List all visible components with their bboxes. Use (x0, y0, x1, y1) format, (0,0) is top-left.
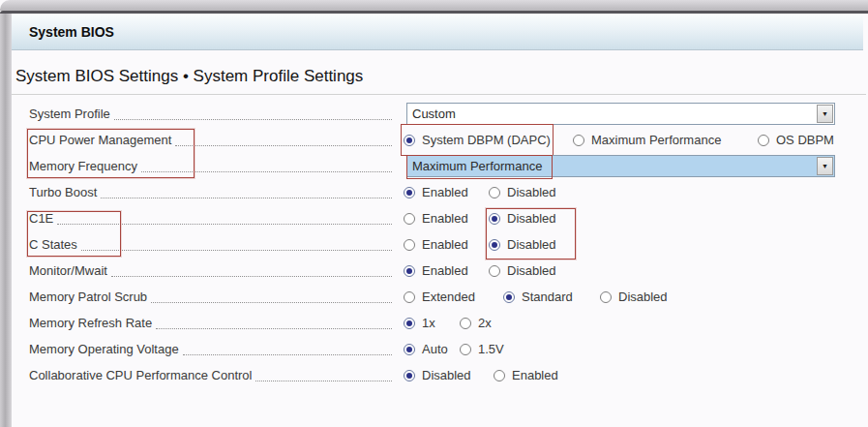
radio-option-cpu-power-management-system-dbpm-dapc[interactable]: System DBPM (DAPC) (404, 127, 551, 153)
radio-option-monitor-mwait-disabled[interactable]: Disabled (489, 258, 556, 284)
radio-dot (406, 347, 412, 352)
radio-option-label: 1x (422, 316, 435, 330)
radio-dot (506, 294, 512, 300)
dropdown-value: Maximum Performance (407, 159, 542, 173)
radio-option-label: System DBPM (DAPC) (422, 133, 551, 147)
radio-dot (406, 190, 412, 196)
radio-option-label: Enabled (512, 368, 558, 382)
radio-unselected-icon[interactable] (758, 135, 769, 146)
radio-option-label: Enabled (422, 237, 468, 252)
setting-label-wrap: Memory Patrol Scrub (29, 284, 392, 310)
radio-selected-icon[interactable] (404, 318, 415, 329)
radio-option-cpu-power-management-maximum-performance[interactable]: Maximum Performance (573, 127, 721, 153)
radio-selected-icon[interactable] (404, 265, 415, 277)
setting-row-c-states: C StatesEnabledDisabled (12, 231, 868, 258)
setting-label-wrap: System Profile (29, 101, 392, 127)
radio-option-memory-refresh-rate-2x[interactable]: 2x (460, 310, 492, 336)
radio-unselected-icon[interactable] (460, 344, 471, 355)
page-title: System BIOS Settings • System Profile Se… (15, 67, 363, 86)
radio-option-label: Disabled (422, 368, 471, 382)
radio-dot (406, 320, 412, 326)
chevron-down-icon: ▼ (822, 163, 828, 169)
window-title: System BIOS (12, 24, 114, 40)
setting-label-wrap: Monitor/Mwait (29, 258, 392, 284)
radio-option-label: Disabled (507, 263, 556, 278)
radio-option-c1e-enabled[interactable]: Enabled (404, 205, 468, 231)
radio-selected-icon[interactable] (404, 135, 415, 146)
radio-option-monitor-mwait-enabled[interactable]: Enabled (404, 258, 468, 284)
radio-option-turbo-boost-enabled[interactable]: Enabled (404, 179, 468, 205)
setting-row-collaborative-cpu-performance-control: Collaborative CPU Performance ControlDis… (12, 362, 868, 388)
radio-selected-icon[interactable] (404, 370, 415, 381)
setting-label-memory-operating-voltage: Memory Operating Voltage (29, 342, 183, 356)
radio-dot (406, 137, 412, 143)
radio-option-label: 1.5V (478, 342, 504, 356)
radio-option-label: Maximum Performance (591, 133, 721, 147)
chevron-down-icon: ▼ (822, 110, 828, 117)
radio-option-cpu-power-management-os-dbpm[interactable]: OS DBPM (758, 127, 834, 153)
dotted-leader (81, 250, 392, 251)
radio-option-collaborative-cpu-performance-control-disabled[interactable]: Disabled (404, 362, 471, 388)
radio-unselected-icon[interactable] (573, 135, 584, 146)
radio-dot (406, 268, 412, 274)
radio-selected-icon[interactable] (404, 344, 415, 355)
dropdown-button[interactable]: ▼ (817, 157, 833, 175)
radio-unselected-icon[interactable] (404, 213, 415, 225)
setting-label-system-profile: System Profile (29, 107, 114, 121)
annotation-box-disabled-radios (486, 208, 576, 259)
dotted-leader (175, 145, 392, 146)
dropdown-memory-frequency[interactable]: Maximum Performance▼ (406, 155, 835, 177)
radio-unselected-icon[interactable] (404, 239, 415, 251)
setting-row-memory-patrol-scrub: Memory Patrol ScrubExtendedStandardDisab… (12, 284, 868, 310)
setting-label-wrap: Memory Operating Voltage (29, 336, 392, 362)
radio-unselected-icon[interactable] (460, 318, 471, 329)
radio-option-turbo-boost-disabled[interactable]: Disabled (489, 179, 556, 205)
dotted-leader (114, 119, 392, 120)
radio-option-label: Auto (422, 342, 448, 356)
radio-option-c-states-enabled[interactable]: Enabled (404, 231, 468, 258)
radio-option-memory-operating-voltage-auto[interactable]: Auto (404, 336, 448, 362)
dotted-leader (151, 302, 392, 303)
radio-unselected-icon[interactable] (404, 291, 415, 303)
radio-unselected-icon[interactable] (489, 187, 500, 198)
radio-option-label: Enabled (422, 185, 468, 199)
setting-label-wrap: Turbo Boost (29, 179, 392, 205)
dropdown-button[interactable]: ▼ (817, 105, 833, 123)
radio-unselected-icon[interactable] (489, 265, 500, 277)
dotted-leader (183, 354, 392, 355)
dropdown-value: Custom (407, 107, 456, 121)
radio-option-memory-patrol-scrub-extended[interactable]: Extended (404, 284, 475, 310)
setting-row-monitor-mwait: Monitor/MwaitEnabledDisabled (12, 258, 868, 284)
radio-option-collaborative-cpu-performance-control-enabled[interactable]: Enabled (494, 362, 558, 388)
setting-label-monitor-mwait: Monitor/Mwait (29, 263, 111, 278)
radio-option-label: Extended (422, 290, 475, 304)
dotted-leader (156, 328, 392, 329)
dotted-leader (101, 198, 392, 198)
radio-option-memory-patrol-scrub-disabled[interactable]: Disabled (600, 284, 668, 310)
radio-option-label: Disabled (618, 290, 668, 304)
dropdown-system-profile[interactable]: Custom▼ (406, 103, 835, 125)
radio-selected-icon[interactable] (404, 187, 415, 198)
radio-selected-icon[interactable] (503, 291, 515, 303)
setting-label-wrap: Memory Refresh Rate (29, 310, 392, 336)
radio-unselected-icon[interactable] (600, 291, 612, 303)
setting-label-wrap: Collaborative CPU Performance Control (29, 362, 392, 388)
setting-label-memory-refresh-rate: Memory Refresh Rate (29, 316, 156, 330)
setting-label-memory-patrol-scrub: Memory Patrol Scrub (29, 290, 151, 304)
radio-unselected-icon[interactable] (494, 370, 505, 381)
radio-option-label: Enabled (422, 211, 468, 226)
radio-option-label: 2x (478, 316, 492, 330)
radio-dot (406, 373, 412, 379)
radio-option-label: Standard (522, 290, 573, 304)
setting-row-memory-refresh-rate: Memory Refresh Rate1x2x (12, 310, 868, 336)
radio-option-memory-patrol-scrub-standard[interactable]: Standard (503, 284, 573, 310)
radio-option-memory-operating-voltage-1-5v[interactable]: 1.5V (460, 336, 504, 362)
title-bar: System BIOS (12, 14, 863, 50)
setting-label-collaborative-cpu-performance-control: Collaborative CPU Performance Control (29, 368, 255, 382)
setting-row-turbo-boost: Turbo BoostEnabledDisabled (12, 179, 868, 205)
radio-option-memory-refresh-rate-1x[interactable]: 1x (404, 310, 435, 336)
setting-row-system-profile: System ProfileCustom▼ (12, 101, 868, 127)
setting-row-c1e: C1EEnabledDisabled (12, 205, 868, 231)
window-frame-left (0, 14, 12, 427)
radio-option-label: OS DBPM (776, 133, 834, 147)
